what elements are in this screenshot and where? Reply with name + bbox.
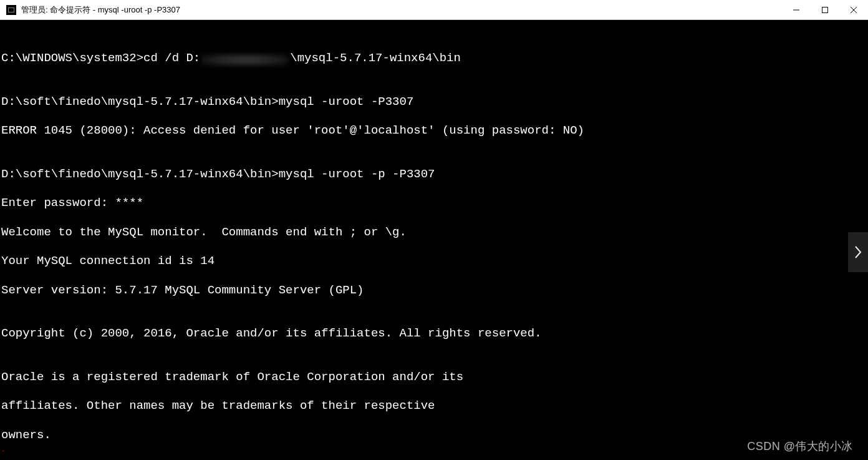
- cmd-window: 管理员: 命令提示符 - mysql -uroot -p -P3307 C:\W…: [0, 0, 868, 460]
- watermark-text: CSDN @伟大的小冰: [747, 439, 853, 454]
- maximize-button[interactable]: [811, 0, 839, 19]
- terminal-line: Welcome to the MySQL monitor. Commands e…: [1, 225, 867, 240]
- terminal-line: affiliates. Other names may be trademark…: [1, 399, 867, 413]
- svg-rect-1: [822, 7, 828, 12]
- cmd-icon: [6, 5, 16, 15]
- window-controls: [782, 0, 868, 19]
- window-title: 管理员: 命令提示符 - mysql -uroot -p -P3307: [21, 4, 180, 16]
- terminal-line: Oracle is a registered trademark of Orac…: [1, 370, 867, 384]
- terminal-line: ERROR 1045 (28000): Access denied for us…: [1, 124, 867, 138]
- minimize-button[interactable]: [782, 0, 811, 19]
- terminal-line: Copyright (c) 2000, 2016, Oracle and/or …: [1, 326, 867, 341]
- terminal-area[interactable]: C:\WINDOWS\system32>cd /d D:\mysql-5.7.1…: [0, 20, 868, 460]
- close-button[interactable]: [839, 0, 868, 19]
- redacted-path: [201, 54, 289, 66]
- terminal-line: C:\WINDOWS\system32>cd /d D:\mysql-5.7.1…: [1, 51, 867, 66]
- terminal-line: D:\soft\finedo\mysql-5.7.17-winx64\bin>m…: [1, 95, 867, 109]
- terminal-line: Your MySQL connection id is 14: [1, 254, 867, 268]
- titlebar[interactable]: 管理员: 命令提示符 - mysql -uroot -p -P3307: [0, 0, 868, 20]
- corner-mark: -: [1, 443, 6, 458]
- next-arrow-overlay[interactable]: [848, 232, 868, 272]
- terminal-line: Enter password: ****: [1, 196, 867, 210]
- terminal-line: D:\soft\finedo\mysql-5.7.17-winx64\bin>m…: [1, 167, 867, 182]
- terminal-line: owners.: [1, 428, 867, 443]
- terminal-line: Server version: 5.7.17 MySQL Community S…: [1, 283, 867, 298]
